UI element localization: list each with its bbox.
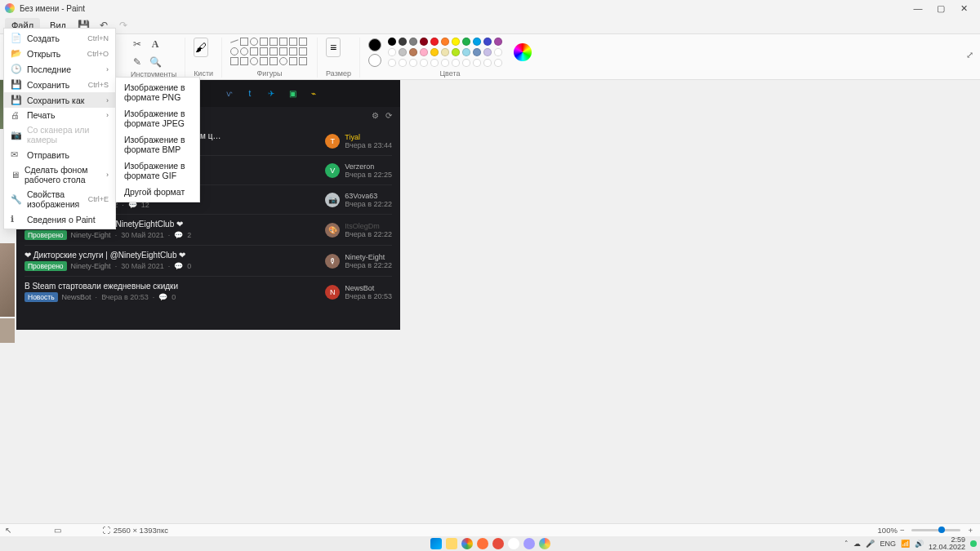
file-menu-item[interactable]: 💾Сохранить как› [4, 92, 115, 108]
last-user: Tiyal [345, 133, 392, 141]
menu-item-icon: 📂 [11, 48, 22, 59]
file-menu-item[interactable]: 🖨Печать› [4, 108, 115, 122]
color-swatch[interactable] [388, 48, 396, 56]
chrome-icon[interactable] [461, 538, 473, 549]
file-menu-item[interactable]: 🔧Свойства изображенияCtrl+E [4, 187, 115, 211]
color-swatch[interactable] [483, 59, 492, 67]
notification-dot-icon[interactable] [970, 540, 977, 547]
last-user: NewsBot [345, 284, 392, 292]
color-swatch[interactable] [430, 48, 439, 56]
file-menu-item[interactable]: 📄СоздатьCtrl+N [4, 30, 115, 46]
color-swatch[interactable] [462, 38, 470, 46]
color-swatch[interactable] [420, 38, 428, 46]
app-icon-1[interactable] [492, 538, 504, 549]
last-time: Вчера в 22:22 [345, 200, 392, 208]
app-icon-3[interactable] [523, 538, 535, 549]
shape-gallery[interactable] [230, 38, 309, 65]
explorer-icon[interactable] [446, 538, 457, 549]
reply-icon: 💬 [158, 293, 167, 301]
chevron-right-icon: › [106, 96, 109, 104]
color-swatch[interactable] [399, 38, 407, 46]
firefox-icon[interactable] [477, 538, 488, 549]
color-swatch[interactable] [420, 48, 428, 56]
color-swatch[interactable] [430, 59, 439, 67]
last-time: Вчера в 22:22 [345, 230, 392, 238]
color-swatch[interactable] [441, 48, 449, 56]
color-swatch[interactable] [494, 38, 502, 46]
post-author: NewsBot [62, 293, 91, 301]
file-menu-item[interactable]: 💾СохранитьCtrl+S [4, 77, 115, 92]
color-swatch[interactable] [452, 38, 460, 46]
color-swatch[interactable] [399, 48, 407, 56]
mic-icon[interactable]: 🎤 [866, 540, 875, 548]
size-button[interactable]: ≡ [326, 38, 341, 57]
save-as-item[interactable]: Изображение в формате PNG [116, 79, 199, 105]
color-swatch[interactable] [483, 38, 492, 46]
color-swatch[interactable] [399, 59, 407, 67]
last-user: Verzeron [345, 162, 392, 171]
color-swatch[interactable] [483, 48, 492, 56]
post-tag: Проверено [24, 261, 67, 271]
color-swatch[interactable] [462, 59, 470, 67]
color-swatch[interactable] [462, 48, 470, 56]
forum-post: ❤ Дикторские услуги | @NinetyEightClub ❤… [24, 245, 392, 276]
resize-icon: ⛶ [103, 526, 111, 535]
save-as-item[interactable]: Другой формат [116, 184, 199, 200]
color-swatch[interactable] [473, 48, 481, 56]
tool-eyedropper[interactable]: ✎ [131, 56, 144, 69]
app-icon-2[interactable] [508, 538, 519, 549]
color-swatch[interactable] [441, 38, 449, 46]
wifi-icon[interactable]: 📶 [901, 540, 910, 548]
chevron-right-icon: › [106, 171, 109, 179]
tool-text[interactable]: A [149, 38, 162, 51]
zoom-slider[interactable] [911, 529, 960, 531]
ribbon-collapse-icon[interactable]: ⤢ [964, 49, 975, 60]
tool-select[interactable]: ✂ [131, 38, 144, 51]
color-swatch[interactable] [420, 59, 428, 67]
menu-item-label: Печать [27, 110, 55, 120]
save-as-item[interactable]: Изображение в формате JPEG [116, 105, 199, 131]
paint-taskbar-icon[interactable] [539, 538, 550, 549]
file-menu-item[interactable]: ✉Отправить [4, 147, 115, 162]
file-menu-item[interactable]: ℹСведения о Paint [4, 211, 115, 227]
file-menu-item[interactable]: 🖥Сделать фоном рабочего стола› [4, 162, 115, 187]
avatar: 🎙 [325, 254, 340, 269]
color-swatch[interactable] [388, 59, 396, 67]
color-swatch[interactable] [452, 48, 460, 56]
color-swatch[interactable] [494, 48, 502, 56]
color-swatch[interactable] [494, 59, 502, 67]
cursor-icon: ↖ [5, 526, 11, 535]
chevron-up-icon[interactable]: ˄ [844, 540, 849, 548]
color-primary[interactable] [368, 38, 381, 51]
maximize-button[interactable]: ▢ [929, 3, 952, 14]
color-swatch[interactable] [430, 38, 439, 46]
cloud-icon[interactable]: ☁ [853, 540, 861, 548]
clock[interactable]: 2:59 12.04.2022 [929, 536, 965, 551]
save-as-item[interactable]: Изображение в формате GIF [116, 158, 199, 184]
menu-item-label: Сохранить как [27, 96, 84, 105]
start-button[interactable] [430, 538, 442, 549]
color-swatch[interactable] [473, 59, 481, 67]
color-swatch[interactable] [452, 59, 460, 67]
color-swatch[interactable] [473, 38, 481, 46]
color-swatch[interactable] [409, 48, 417, 56]
minimize-button[interactable]: — [906, 3, 929, 13]
vk-icon: ⱱ [224, 89, 234, 99]
file-menu-item[interactable]: 🕒Последние› [4, 61, 115, 77]
color-swatch[interactable] [388, 38, 396, 46]
save-as-item[interactable]: Изображение в формате BMP [116, 131, 199, 158]
color-secondary[interactable] [368, 54, 381, 67]
redo-icon: ↷ [115, 17, 131, 33]
tool-zoom[interactable]: 🔍 [149, 56, 162, 69]
close-button[interactable]: ✕ [952, 3, 975, 14]
brush-button[interactable]: 🖌 [194, 38, 208, 57]
file-menu-item[interactable]: 📂ОткрытьCtrl+O [4, 46, 115, 61]
color-swatch[interactable] [441, 59, 449, 67]
language-indicator[interactable]: ENG [880, 540, 896, 548]
volume-icon[interactable]: 🔊 [915, 540, 924, 548]
edit-colors-button[interactable] [514, 43, 532, 61]
zoom-out-button[interactable]: − [898, 526, 907, 535]
zoom-in-button[interactable]: + [965, 526, 975, 535]
color-swatch[interactable] [409, 59, 417, 67]
color-swatch[interactable] [409, 38, 417, 46]
